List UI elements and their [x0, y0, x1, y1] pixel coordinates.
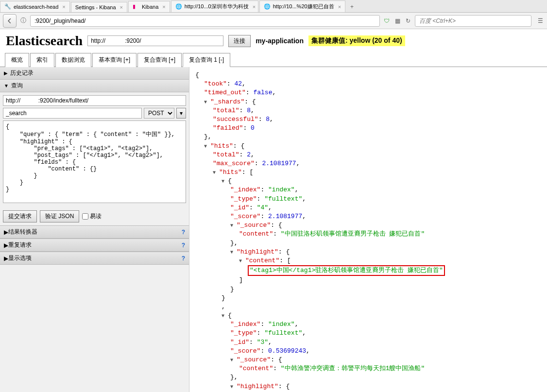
chevron-down-icon[interactable]: ▼ [213, 170, 218, 176]
chevron-down-icon: ▼ [4, 83, 9, 88]
refresh-icon[interactable]: ↻ [404, 17, 412, 25]
main-content: ▶历史记录 ▼查询 POST ▾ { "query" : { "term" : … [0, 67, 547, 392]
transformer-label: 结果转换器 [8, 228, 37, 236]
close-icon[interactable]: × [338, 4, 341, 10]
search-input[interactable] [415, 15, 531, 27]
app-header: Elasticsearch 连接 my-application 集群健康值: y… [0, 29, 547, 52]
chevron-right-icon: ▶ [4, 70, 8, 76]
favicon-icon: 🌐 [175, 3, 182, 10]
submit-button[interactable]: 提交请求 [3, 210, 37, 222]
tab-compound-query[interactable]: 复合查询 [+] [137, 53, 182, 67]
tab-overview[interactable]: 概览 [5, 53, 29, 67]
chevron-down-icon[interactable]: ▼ [204, 99, 209, 106]
chevron-right-icon: ▶ [4, 242, 8, 249]
chevron-down-icon[interactable]: ▼ [222, 178, 226, 185]
url-input[interactable] [30, 15, 380, 27]
chevron-down-icon[interactable]: ▼ [222, 313, 226, 320]
history-label: 历史记录 [10, 69, 34, 77]
address-bar: ⓘ 🛡 ▦ ↻ ☰ [0, 13, 547, 29]
new-tab-button[interactable]: + [346, 1, 358, 12]
help-icon[interactable]: ? [182, 255, 185, 262]
json-results: { "took": 42, "timed_out": false, ▼"_sha… [189, 67, 547, 392]
query-panel-header[interactable]: ▼查询 [0, 80, 189, 92]
path-input[interactable] [3, 108, 142, 119]
pretty-checkbox[interactable] [82, 213, 88, 220]
method-select[interactable]: POST [144, 108, 174, 119]
close-icon[interactable]: × [62, 4, 65, 10]
tab-label: http://10...0深圳市华为科技 [185, 3, 249, 10]
favicon-icon: 🔧 [4, 3, 11, 10]
pretty-checkbox-label[interactable]: 易读 [82, 212, 102, 221]
history-dropdown-button[interactable]: ▾ [176, 108, 186, 119]
repeat-label: 重复请求 [8, 241, 32, 249]
tab-label: Kibana [142, 4, 158, 10]
cluster-health: 集群健康值: yellow (20 of 40) [308, 35, 405, 46]
tab-label: elasticsearch-head [14, 4, 58, 10]
query-panel-body: POST ▾ { "query" : { "term" : { "content… [0, 92, 189, 207]
browser-tab-bar: 🔧elasticsearch-head× Settings - Kibana× … [0, 0, 547, 13]
request-body-textarea[interactable]: { "query" : { "term" : { "content" : "中国… [3, 120, 186, 203]
tab-browse[interactable]: 数据浏览 [55, 53, 91, 67]
browser-tab[interactable]: 🔧elasticsearch-head× [0, 1, 70, 12]
chevron-down-icon[interactable]: ▼ [230, 249, 235, 256]
chevron-down-icon[interactable]: ▼ [239, 258, 244, 265]
tab-label: Settings - Kibana [75, 4, 116, 10]
chevron-down-icon: ▾ [180, 110, 183, 117]
help-icon[interactable]: ? [182, 229, 185, 236]
close-icon[interactable]: × [162, 4, 165, 10]
app-title: Elasticsearch [6, 33, 83, 49]
back-button[interactable] [3, 14, 17, 28]
connection-url-input[interactable] [87, 35, 223, 46]
chevron-down-icon[interactable]: ▼ [204, 143, 209, 150]
main-tabs: 概览 索引 数据浏览 基本查询 [+] 复合查询 [+] 复合查询 1 [-] [0, 52, 547, 67]
chevron-right-icon: ▶ [4, 229, 8, 236]
favicon-icon: ▮ [133, 3, 139, 10]
arrow-left-icon [6, 17, 13, 24]
chevron-down-icon[interactable]: ▼ [230, 357, 235, 364]
chevron-right-icon: ▶ [4, 255, 8, 262]
repeat-panel-header[interactable]: ▶重复请求? [0, 239, 189, 252]
browser-tab[interactable]: 🌐http://10...0深圳市华为科技× [171, 0, 258, 12]
info-icon[interactable]: ⓘ [19, 17, 27, 25]
transformer-panel-header[interactable]: ▶结果转换器? [0, 225, 189, 239]
menu-icon[interactable]: ☰ [536, 17, 544, 25]
tab-compound-query-1[interactable]: 复合查询 1 [-] [183, 53, 230, 67]
browser-tab[interactable]: 🌐http://10...%20嫌犯已自首× [259, 0, 345, 12]
help-icon[interactable]: ? [182, 242, 185, 249]
connect-button[interactable]: 连接 [228, 35, 251, 47]
tab-label: http://10...%20嫌犯已自首 [273, 3, 334, 10]
close-icon[interactable]: × [120, 4, 123, 10]
action-buttons: 提交请求 验证 JSON 易读 [0, 207, 189, 225]
shield-icon[interactable]: 🛡 [383, 17, 391, 25]
query-sidebar: ▶历史记录 ▼查询 POST ▾ { "query" : { "term" : … [0, 67, 189, 392]
cluster-name: my-application [256, 37, 304, 45]
server-url-input[interactable] [3, 95, 186, 106]
validate-json-button[interactable]: 验证 JSON [40, 210, 79, 222]
chevron-down-icon[interactable]: ▼ [230, 222, 235, 229]
highlight-box: "<tag1>中国</tag1>驻洛杉矶领事馆遭亚裔男子枪击 嫌犯已自首" [248, 265, 445, 276]
display-panel-header[interactable]: ▶显示选项? [0, 252, 189, 265]
query-label: 查询 [11, 82, 23, 90]
display-label: 显示选项 [8, 254, 32, 262]
close-icon[interactable]: × [253, 4, 256, 10]
chevron-down-icon[interactable]: ▼ [230, 384, 235, 391]
favicon-icon: 🌐 [264, 3, 271, 10]
history-panel-header[interactable]: ▶历史记录 [0, 67, 189, 80]
tab-basic-query[interactable]: 基本查询 [+] [92, 53, 137, 67]
tab-index[interactable]: 索引 [30, 53, 54, 67]
qr-icon[interactable]: ▦ [393, 17, 401, 25]
browser-tab[interactable]: ▮Kibana× [128, 1, 170, 12]
browser-tab[interactable]: Settings - Kibana× [71, 2, 127, 12]
